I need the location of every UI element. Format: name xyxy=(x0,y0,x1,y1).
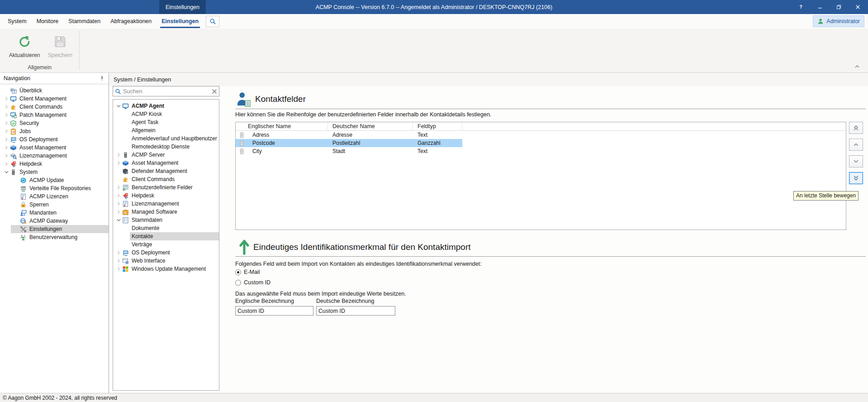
menu-item-system[interactable]: System xyxy=(3,14,32,29)
settings-item-benutzerdefinierte-felder[interactable]: Benutzerdefinierte Felder xyxy=(113,183,219,191)
titlebar-workspace-tab[interactable]: Einstellungen xyxy=(159,0,206,14)
radio-custom-id[interactable]: Custom ID xyxy=(235,279,270,286)
close-button[interactable] xyxy=(848,0,867,14)
minimize-button[interactable] xyxy=(810,0,829,14)
chevron-right-icon[interactable] xyxy=(3,120,10,126)
user-badge[interactable]: Administrator xyxy=(813,15,864,27)
move-to-last-button[interactable] xyxy=(849,172,863,184)
nav-item-mandanten[interactable]: Mandanten xyxy=(0,209,109,217)
move-down-button[interactable] xyxy=(849,155,863,168)
aktualisieren-button[interactable]: Aktualisieren xyxy=(8,31,41,64)
chevron-right-icon[interactable] xyxy=(115,249,122,256)
english-name-input[interactable] xyxy=(235,306,313,316)
chevron-right-icon[interactable] xyxy=(3,104,10,110)
nav-item-security[interactable]: Security xyxy=(0,119,109,127)
move-up-button[interactable] xyxy=(849,139,863,151)
move-to-first-button[interactable] xyxy=(849,122,863,134)
menu-item-stammdaten[interactable]: Stammdaten xyxy=(63,14,105,29)
nav-item-sperren[interactable]: Sperren xyxy=(0,201,109,209)
column-header-englischer-name[interactable]: Englischer Name xyxy=(236,122,328,130)
nav-item-lizenzmanagement[interactable]: Lizenzmanagement xyxy=(0,152,109,160)
table-row-city[interactable]: CityStadtText xyxy=(236,147,846,155)
chevron-right-icon[interactable] xyxy=(3,136,10,143)
chevron-right-icon[interactable] xyxy=(115,258,122,264)
nav-item-acmp-update[interactable]: ACMP Update xyxy=(0,176,109,184)
nav-item-überblick[interactable]: Überblick xyxy=(0,86,109,95)
collapse-ribbon-button[interactable] xyxy=(854,63,861,70)
drag-handle[interactable] xyxy=(236,148,248,154)
menu-item-monitore[interactable]: Monitore xyxy=(32,14,64,29)
chevron-right-icon[interactable] xyxy=(115,201,122,207)
settings-item-lizenzmanagement[interactable]: Lizenzmanagement xyxy=(113,200,219,208)
clear-search-icon[interactable] xyxy=(211,88,218,95)
help-button[interactable]: ? xyxy=(791,0,810,14)
patch-icon xyxy=(10,112,17,119)
nav-item-jobs[interactable]: Jobs xyxy=(0,127,109,135)
settings-item-kontakte[interactable]: Kontakte xyxy=(113,232,219,240)
nav-item-asset-management[interactable]: Asset Management xyxy=(0,144,109,152)
settings-item-asset-management[interactable]: Asset Management xyxy=(113,159,219,167)
nav-item-acmp-gateway[interactable]: ACMP Gateway xyxy=(0,217,109,225)
chevron-right-icon[interactable] xyxy=(3,96,10,102)
search-icon xyxy=(115,88,121,95)
settings-item-verträge[interactable]: Verträge xyxy=(113,240,219,249)
tooltip: An letzte Stelle bewegen xyxy=(793,191,859,201)
settings-item-acmp-agent[interactable]: ACMP Agent xyxy=(113,102,219,110)
chevron-right-icon[interactable] xyxy=(115,160,122,166)
nav-item-verteilte-file-repositories[interactable]: Verteilte File Repositories xyxy=(0,184,109,192)
nav-item-client-management[interactable]: Client Management xyxy=(0,95,109,103)
settings-item-anmeldeverlauf-und-hauptbenutzer[interactable]: Anmeldeverlauf und Hauptbenutzer xyxy=(113,134,219,143)
drag-handle[interactable] xyxy=(236,132,248,138)
settings-item-helpdesk[interactable]: Helpdesk xyxy=(113,191,219,200)
settings-item-windows-update-management[interactable]: Windows Update Management xyxy=(113,265,219,273)
chevron-right-icon[interactable] xyxy=(115,266,122,272)
chevron-right-icon[interactable] xyxy=(3,128,10,134)
nav-item-system[interactable]: System xyxy=(0,168,109,176)
nav-item-acmp-lizenzen[interactable]: ACMP Lizenzen xyxy=(0,192,109,201)
menu-item-abfrageaktionen[interactable]: Abfrageaktionen xyxy=(105,14,157,29)
settings-item-defender-management[interactable]: Defender Management xyxy=(113,167,219,175)
nav-item-einstellungen[interactable]: Einstellungen xyxy=(0,225,109,233)
chevron-down-icon[interactable] xyxy=(115,103,122,109)
settings-item-dokumente[interactable]: Dokumente xyxy=(113,224,219,232)
settings-item-acmp-kiosk[interactable]: ACMP Kiosk xyxy=(113,110,219,118)
speichern-button[interactable]: Speichern xyxy=(44,31,76,64)
nav-item-helpdesk[interactable]: Helpdesk xyxy=(0,160,109,168)
nav-item-os-deployment[interactable]: OS Deployment xyxy=(0,135,109,144)
settings-item-allgemein[interactable]: Allgemein xyxy=(113,126,219,134)
settings-item-acmp-server[interactable]: ACMP Server xyxy=(113,151,219,159)
settings-item-stammdaten[interactable]: Stammdaten xyxy=(113,216,219,224)
nav-item-benutzerverwaltung[interactable]: Benutzerverwaltung xyxy=(0,233,109,241)
settings-item-web-interface[interactable]: Web Interface xyxy=(113,257,219,265)
settings-item-os-deployment[interactable]: OS Deployment xyxy=(113,249,219,257)
german-name-input[interactable] xyxy=(316,306,395,316)
settings-item-agent-task[interactable]: Agent Task xyxy=(113,118,219,126)
table-row-adress[interactable]: AdressAdresseText xyxy=(236,131,846,139)
chevron-down-icon[interactable] xyxy=(115,217,122,223)
tag-icon xyxy=(10,161,17,168)
table-row-postcode[interactable]: PostcodePostleitzahlGanzzahl xyxy=(236,139,846,147)
nav-item-client-commands[interactable]: Client Commands xyxy=(0,103,109,111)
settings-search-input[interactable] xyxy=(121,88,211,95)
drag-handle[interactable] xyxy=(236,140,248,146)
chevron-right-icon[interactable] xyxy=(115,184,122,191)
settings-item-client-commands[interactable]: Client Commands xyxy=(113,175,219,183)
chevron-right-icon[interactable] xyxy=(115,209,122,215)
menu-item-einstellungen[interactable]: Einstellungen xyxy=(157,14,204,29)
radio-e-mail[interactable]: E-Mail xyxy=(235,269,260,275)
chevron-down-icon[interactable] xyxy=(3,169,10,175)
settings-item-remotedesktop-dienste[interactable]: Remotedesktop Dienste xyxy=(113,143,219,151)
chevron-right-icon[interactable] xyxy=(3,161,10,167)
chevron-right-icon[interactable] xyxy=(115,152,122,158)
column-header-feldtyp[interactable]: Feldtyp xyxy=(413,122,462,130)
chevron-right-icon[interactable] xyxy=(3,112,10,118)
column-header-deutscher-name[interactable]: Deutscher Name xyxy=(328,122,413,130)
chevron-right-icon[interactable] xyxy=(115,192,122,199)
nav-item-patch-management[interactable]: Patch Management xyxy=(0,111,109,119)
settings-item-managed-software[interactable]: Managed Software xyxy=(113,208,219,216)
chevron-right-icon[interactable] xyxy=(3,144,10,151)
restore-button[interactable] xyxy=(829,0,848,14)
pin-icon[interactable] xyxy=(99,76,105,81)
chevron-right-icon[interactable] xyxy=(3,153,10,159)
menu-search-button[interactable] xyxy=(206,16,219,27)
